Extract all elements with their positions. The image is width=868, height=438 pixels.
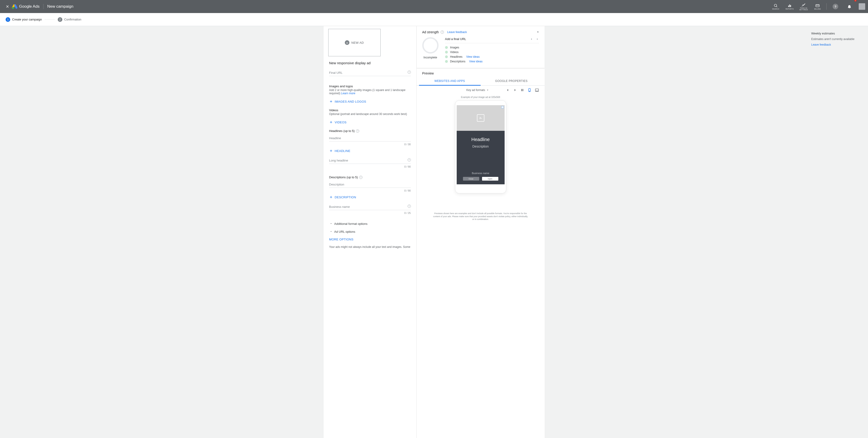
notifications-button[interactable]: ! [843,0,856,13]
add-description-button[interactable]: DESCRIPTION [329,195,411,199]
videos-subtext: Optional (portrait and landscape around … [329,112,411,116]
headline-input[interactable] [329,135,411,142]
svg-point-10 [480,117,480,118]
brand-text: Google Ads [19,4,39,9]
help-icon[interactable]: ? [441,30,444,34]
chevron-right-icon[interactable] [536,37,539,41]
view-ideas-link[interactable]: View ideas [469,60,483,63]
estimates-msg: Estimates aren't currently available [811,37,862,41]
svg-rect-6 [523,89,523,91]
business-name-counter: 0 / 25 [329,211,411,214]
preview-disclaimer: Previews shown here are examples and don… [417,212,545,221]
phone-mock: i Headline Description Business name [455,100,506,194]
ad-open-button: Open [482,177,498,181]
view-ideas-link[interactable]: View ideas [466,55,480,58]
mock-size-label: Example of your image ad at 320x568 [461,96,500,98]
step-1-num: 1 [6,17,10,22]
add-headline-label: HEADLINE [335,149,350,153]
google-ads-logo [12,4,17,9]
plus-icon: + [345,40,349,45]
ad-strength-title: Ad strength [422,30,439,34]
help-icon[interactable]: ? [408,204,411,208]
descriptions-section-title: Descriptions (up to 5) [329,175,358,179]
check-images: Images [450,46,459,49]
billing-button[interactable]: BILLING [811,0,824,13]
estimates-feedback-link[interactable]: Leave feedback [811,43,862,46]
chevron-left-icon[interactable] [530,37,533,41]
close-icon[interactable] [3,4,12,9]
avatar[interactable] [859,3,865,10]
more-options-link[interactable]: MORE OPTIONS [329,238,411,241]
additional-format-label: Additional format options [334,222,368,226]
description-input[interactable] [329,181,411,188]
strength-gauge-label: Incomplete [424,56,437,59]
svg-point-8 [529,91,530,91]
step-2-label: Confirmation [64,18,82,21]
learn-more-link[interactable]: Learn more [341,92,355,95]
add-images-label: IMAGES AND LOGOS [335,100,366,103]
collapse-icon[interactable] [536,30,540,35]
ad-url-options-label: Ad URL options [334,230,355,233]
description-counter: 0 / 90 [329,189,411,192]
svg-rect-2 [789,4,790,7]
reports-button[interactable]: REPORTS [783,0,796,13]
ad-biz-text: Business name [472,172,489,175]
help-icon[interactable]: ? [408,158,411,162]
new-ad-button[interactable]: + NEW AD [328,29,381,56]
ad-info-icon: i [501,106,504,109]
step-confirmation[interactable]: 2 Confirmation [58,17,82,22]
new-ad-label: NEW AD [351,41,364,45]
preview-label: Preview [417,71,545,77]
videos-section-title: Videos [329,109,411,112]
ad-url-options-toggle[interactable]: Ad URL options [329,230,411,233]
add-videos-label: VIDEOS [335,121,347,124]
additional-format-options-toggle[interactable]: Additional format options [329,222,411,226]
image-placeholder-icon [477,114,484,122]
search-button[interactable]: SEARCH [769,0,782,13]
ad-strength-card: Ad strength ? Leave feedback Incomplete … [417,26,545,68]
tab-websites-apps[interactable]: WEBSITES AND APPS [419,77,480,86]
reports-label: REPORTS [785,8,794,10]
form-title: New responsive display ad [329,61,411,65]
svg-rect-9 [535,89,538,91]
tab-google-properties[interactable]: GOOGLE PROPERTIES [480,77,542,85]
format-dropdown[interactable]: Key ad formats [466,88,490,92]
business-name-input[interactable] [329,204,411,210]
add-videos-button[interactable]: VIDEOS [329,120,411,124]
long-headline-counter: 0 / 90 [329,165,411,168]
help-button[interactable]: ? [829,0,842,13]
format-dropdown-label: Key ad formats [466,88,485,92]
help-icon[interactable]: ? [408,70,411,74]
svg-point-0 [774,4,777,7]
svg-rect-1 [788,6,789,7]
estimates-title: Weekly estimates [811,32,862,35]
chevron-down-icon [486,88,489,92]
help-icon[interactable]: ? [356,129,359,133]
step-2-num: 2 [58,17,62,22]
mobile-icon[interactable] [527,88,532,92]
add-headline-button[interactable]: HEADLINE [329,149,411,153]
page-title: New campaign [47,4,73,9]
svg-rect-3 [790,5,791,7]
svg-rect-4 [816,4,819,7]
tools-button[interactable]: TOOLS & SETTINGS [797,0,810,13]
pause-icon[interactable] [520,88,524,92]
svg-rect-5 [521,89,522,91]
prev-chevron-left-icon[interactable] [505,88,510,92]
long-headline-input[interactable] [329,157,411,164]
headline-counter: 0 / 30 [329,143,411,146]
status-dot-icon [445,60,448,63]
step-create-campaign[interactable]: 1 Create your campaign [6,17,42,22]
desktop-icon[interactable] [535,88,539,92]
status-dot-icon [445,51,448,54]
ad-close-button: Close [463,177,479,181]
status-dot-icon [445,46,448,49]
prev-chevron-right-icon[interactable] [513,88,517,92]
final-url-input[interactable] [329,69,411,76]
alert-badge-icon: ! [854,0,857,2]
leave-feedback-link[interactable]: Leave feedback [447,30,467,34]
help-icon[interactable]: ? [359,176,363,179]
weekly-estimates-panel: Weekly estimates Estimates aren't curren… [811,32,862,46]
topbar: Google Ads New campaign SEARCH REPORTS T… [0,0,868,13]
add-images-button[interactable]: IMAGES AND LOGOS [329,99,411,103]
